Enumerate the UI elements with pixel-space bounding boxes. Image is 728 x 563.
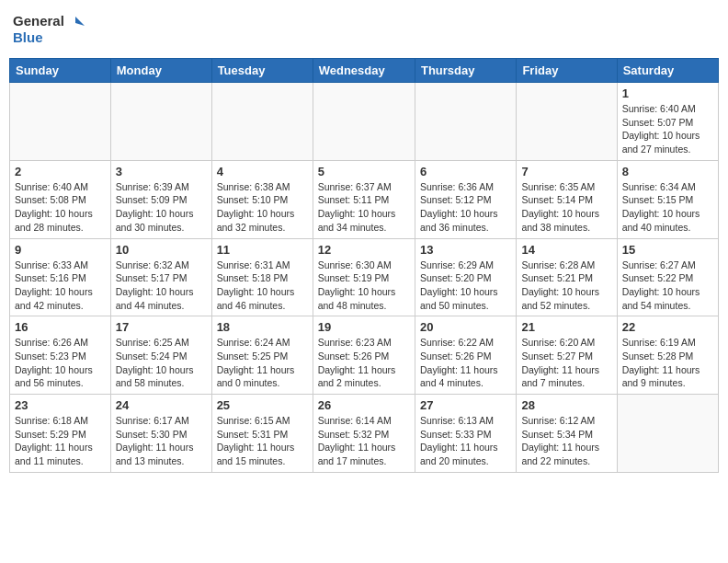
calendar-day-cell: 14Sunrise: 6:28 AM Sunset: 5:21 PM Dayli… [517, 238, 617, 316]
day-info: Sunrise: 6:30 AM Sunset: 5:19 PM Dayligh… [318, 259, 410, 313]
day-number: 19 [318, 320, 410, 334]
day-number: 10 [116, 243, 207, 257]
day-number: 11 [217, 243, 308, 257]
calendar-week-row: 23Sunrise: 6:18 AM Sunset: 5:29 PM Dayli… [10, 395, 719, 473]
day-info: Sunrise: 6:40 AM Sunset: 5:08 PM Dayligh… [15, 180, 106, 235]
day-number: 7 [521, 165, 611, 178]
day-info: Sunrise: 6:22 AM Sunset: 5:26 PM Dayligh… [420, 336, 511, 390]
calendar-day-cell: 8Sunrise: 6:34 AM Sunset: 5:15 PM Daylig… [617, 160, 718, 238]
day-number: 6 [420, 165, 511, 178]
day-info: Sunrise: 6:27 AM Sunset: 5:22 PM Dayligh… [622, 259, 713, 313]
day-of-week-header: Monday [110, 59, 211, 83]
day-info: Sunrise: 6:26 AM Sunset: 5:23 PM Dayligh… [15, 336, 106, 390]
calendar-day-cell: 7Sunrise: 6:35 AM Sunset: 5:14 PM Daylig… [517, 160, 617, 238]
calendar-day-cell: 16Sunrise: 6:26 AM Sunset: 5:23 PM Dayli… [10, 316, 111, 395]
day-of-week-header: Saturday [617, 59, 718, 83]
day-number: 26 [318, 398, 410, 412]
calendar-day-cell: 19Sunrise: 6:23 AM Sunset: 5:26 PM Dayli… [313, 316, 415, 395]
calendar-header-row: SundayMondayTuesdayWednesdayThursdayFrid… [10, 59, 719, 83]
day-info: Sunrise: 6:12 AM Sunset: 5:34 PM Dayligh… [521, 414, 611, 468]
calendar-week-row: 9Sunrise: 6:33 AM Sunset: 5:16 PM Daylig… [10, 238, 719, 316]
calendar-day-cell [313, 83, 415, 161]
calendar-day-cell: 18Sunrise: 6:24 AM Sunset: 5:25 PM Dayli… [211, 316, 313, 395]
day-number: 28 [521, 398, 611, 412]
day-number: 2 [15, 165, 106, 178]
calendar-week-row: 2Sunrise: 6:40 AM Sunset: 5:08 PM Daylig… [10, 160, 719, 238]
day-of-week-header: Tuesday [211, 59, 313, 83]
day-number: 21 [521, 320, 611, 334]
day-of-week-header: Friday [517, 59, 617, 83]
day-number: 24 [116, 398, 207, 412]
day-info: Sunrise: 6:31 AM Sunset: 5:18 PM Dayligh… [217, 259, 308, 313]
calendar-week-row: 1Sunrise: 6:40 AM Sunset: 5:07 PM Daylig… [10, 83, 719, 161]
day-info: Sunrise: 6:35 AM Sunset: 5:14 PM Dayligh… [521, 180, 611, 235]
day-info: Sunrise: 6:24 AM Sunset: 5:25 PM Dayligh… [217, 336, 308, 390]
calendar-day-cell: 6Sunrise: 6:36 AM Sunset: 5:12 PM Daylig… [415, 160, 516, 238]
calendar-day-cell: 2Sunrise: 6:40 AM Sunset: 5:08 PM Daylig… [10, 160, 111, 238]
calendar-day-cell: 5Sunrise: 6:37 AM Sunset: 5:11 PM Daylig… [313, 160, 415, 238]
day-number: 17 [116, 320, 207, 334]
day-of-week-header: Wednesday [313, 59, 415, 83]
day-number: 5 [318, 165, 410, 178]
calendar-day-cell: 15Sunrise: 6:27 AM Sunset: 5:22 PM Dayli… [617, 238, 718, 316]
day-info: Sunrise: 6:25 AM Sunset: 5:24 PM Dayligh… [116, 336, 207, 390]
calendar-day-cell [110, 83, 211, 161]
calendar-day-cell: 28Sunrise: 6:12 AM Sunset: 5:34 PM Dayli… [517, 395, 617, 473]
day-info: Sunrise: 6:14 AM Sunset: 5:32 PM Dayligh… [318, 414, 410, 468]
calendar-day-cell: 13Sunrise: 6:29 AM Sunset: 5:20 PM Dayli… [415, 238, 516, 316]
calendar-day-cell: 1Sunrise: 6:40 AM Sunset: 5:07 PM Daylig… [617, 83, 718, 161]
calendar-day-cell [211, 83, 313, 161]
svg-text:General: General [13, 13, 64, 29]
calendar-day-cell [617, 395, 718, 473]
calendar-day-cell: 23Sunrise: 6:18 AM Sunset: 5:29 PM Dayli… [10, 395, 111, 473]
day-info: Sunrise: 6:40 AM Sunset: 5:07 PM Dayligh… [622, 102, 713, 156]
day-info: Sunrise: 6:33 AM Sunset: 5:16 PM Dayligh… [15, 259, 106, 313]
day-info: Sunrise: 6:15 AM Sunset: 5:31 PM Dayligh… [217, 414, 308, 468]
calendar-day-cell: 24Sunrise: 6:17 AM Sunset: 5:30 PM Dayli… [110, 395, 211, 473]
day-number: 22 [622, 320, 713, 334]
calendar-day-cell: 22Sunrise: 6:19 AM Sunset: 5:28 PM Dayli… [617, 316, 718, 395]
calendar-day-cell: 3Sunrise: 6:39 AM Sunset: 5:09 PM Daylig… [110, 160, 211, 238]
calendar-day-cell: 27Sunrise: 6:13 AM Sunset: 5:33 PM Dayli… [415, 395, 516, 473]
svg-text:Blue: Blue [13, 29, 43, 45]
calendar-day-cell: 11Sunrise: 6:31 AM Sunset: 5:18 PM Dayli… [211, 238, 313, 316]
calendar-day-cell: 26Sunrise: 6:14 AM Sunset: 5:32 PM Dayli… [313, 395, 415, 473]
day-number: 16 [15, 320, 106, 334]
day-number: 8 [622, 165, 713, 178]
logo-icon: General Blue [13, 9, 86, 51]
calendar-table: SundayMondayTuesdayWednesdayThursdayFrid… [9, 58, 719, 473]
calendar-day-cell: 10Sunrise: 6:32 AM Sunset: 5:17 PM Dayli… [110, 238, 211, 316]
calendar-day-cell: 25Sunrise: 6:15 AM Sunset: 5:31 PM Dayli… [211, 395, 313, 473]
svg-marker-2 [75, 17, 85, 26]
day-of-week-header: Sunday [10, 59, 111, 83]
calendar-day-cell [10, 83, 111, 161]
day-number: 25 [217, 398, 308, 412]
logo: General Blue [13, 9, 86, 51]
day-info: Sunrise: 6:17 AM Sunset: 5:30 PM Dayligh… [116, 414, 207, 468]
day-number: 3 [116, 165, 207, 178]
day-info: Sunrise: 6:37 AM Sunset: 5:11 PM Dayligh… [318, 180, 410, 235]
day-number: 23 [15, 398, 106, 412]
calendar-day-cell: 9Sunrise: 6:33 AM Sunset: 5:16 PM Daylig… [10, 238, 111, 316]
day-info: Sunrise: 6:13 AM Sunset: 5:33 PM Dayligh… [420, 414, 511, 468]
day-info: Sunrise: 6:28 AM Sunset: 5:21 PM Dayligh… [521, 259, 611, 313]
calendar-day-cell: 21Sunrise: 6:20 AM Sunset: 5:27 PM Dayli… [517, 316, 617, 395]
day-of-week-header: Thursday [415, 59, 516, 83]
day-info: Sunrise: 6:23 AM Sunset: 5:26 PM Dayligh… [318, 336, 410, 390]
calendar-week-row: 16Sunrise: 6:26 AM Sunset: 5:23 PM Dayli… [10, 316, 719, 395]
day-number: 14 [521, 243, 611, 257]
calendar-day-cell [415, 83, 516, 161]
page-header: General Blue [9, 9, 719, 51]
day-info: Sunrise: 6:38 AM Sunset: 5:10 PM Dayligh… [217, 180, 308, 235]
day-info: Sunrise: 6:34 AM Sunset: 5:15 PM Dayligh… [622, 180, 713, 235]
day-info: Sunrise: 6:39 AM Sunset: 5:09 PM Dayligh… [116, 180, 207, 235]
calendar-day-cell: 17Sunrise: 6:25 AM Sunset: 5:24 PM Dayli… [110, 316, 211, 395]
day-number: 20 [420, 320, 511, 334]
day-number: 13 [420, 243, 511, 257]
day-info: Sunrise: 6:29 AM Sunset: 5:20 PM Dayligh… [420, 259, 511, 313]
calendar-day-cell: 12Sunrise: 6:30 AM Sunset: 5:19 PM Dayli… [313, 238, 415, 316]
day-number: 9 [15, 243, 106, 257]
calendar-day-cell: 20Sunrise: 6:22 AM Sunset: 5:26 PM Dayli… [415, 316, 516, 395]
day-number: 27 [420, 398, 511, 412]
day-number: 18 [217, 320, 308, 334]
